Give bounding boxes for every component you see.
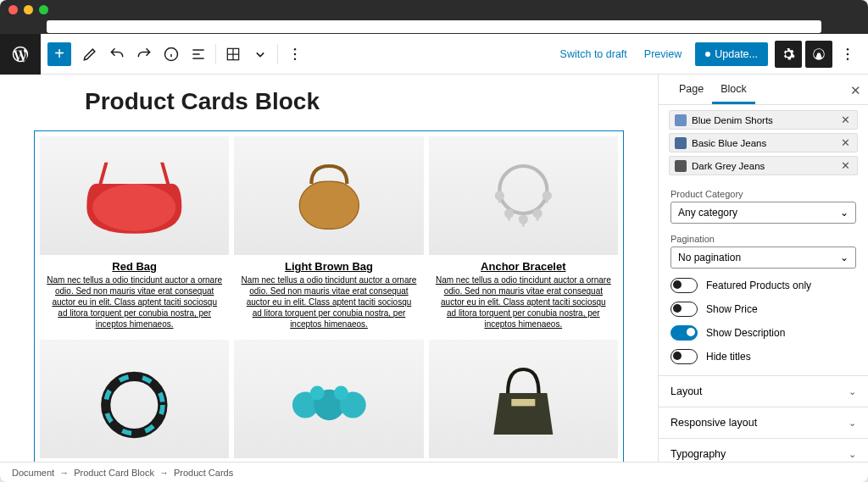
category-label: Product Category bbox=[670, 189, 856, 199]
pagination-label: Pagination bbox=[670, 234, 856, 244]
outline-icon[interactable] bbox=[185, 41, 212, 68]
toggle-label: Show Price bbox=[706, 303, 758, 315]
toggle-label: Featured Products only bbox=[706, 280, 811, 291]
panel-responsive[interactable]: Responsive layout⌄ bbox=[659, 407, 868, 438]
product-image bbox=[234, 136, 423, 255]
toggle-hide-titles[interactable] bbox=[670, 349, 698, 364]
close-sidebar-icon[interactable]: ✕ bbox=[850, 83, 861, 98]
svg-point-3 bbox=[294, 53, 297, 55]
more-options-icon[interactable] bbox=[281, 41, 309, 68]
chevron-down-icon: ⌄ bbox=[840, 207, 849, 219]
product-card[interactable] bbox=[429, 340, 618, 458]
svg-point-18 bbox=[106, 376, 163, 433]
preview-button[interactable]: Preview bbox=[636, 43, 690, 65]
update-button[interactable]: Update... bbox=[695, 42, 768, 66]
category-select[interactable]: Any category⌄ bbox=[670, 202, 856, 224]
chevron-down-icon: ⌄ bbox=[849, 449, 856, 460]
breadcrumb-item[interactable]: Product Card Block bbox=[74, 468, 154, 478]
chevron-down-icon[interactable] bbox=[247, 41, 274, 68]
swatch-icon bbox=[675, 137, 687, 149]
breadcrumb: Document → Product Card Block → Product … bbox=[0, 462, 868, 482]
svg-rect-25 bbox=[511, 399, 535, 406]
chevron-down-icon: ⌄ bbox=[840, 252, 849, 263]
pill-label: Basic Blue Jeans bbox=[692, 138, 766, 148]
info-icon[interactable] bbox=[158, 41, 185, 68]
plugin-icon[interactable] bbox=[805, 41, 832, 68]
url-input[interactable] bbox=[47, 20, 821, 33]
product-card[interactable]: Anchor Bracelet Nam nec tellus a odio ti… bbox=[429, 136, 618, 335]
svg-point-12 bbox=[499, 166, 547, 213]
browser-url-bar bbox=[0, 19, 868, 34]
remove-pill-icon[interactable]: ✕ bbox=[839, 136, 852, 149]
panel-typography[interactable]: Typography⌄ bbox=[659, 438, 868, 462]
product-description: Nam nec tellus a odio tincidunt auctor a… bbox=[429, 274, 618, 335]
add-block-button[interactable]: + bbox=[47, 42, 71, 66]
pagination-select[interactable]: No pagination⌄ bbox=[670, 247, 856, 269]
product-image bbox=[40, 136, 229, 255]
breadcrumb-item[interactable]: Document bbox=[12, 468, 54, 478]
pill-label: Blue Denim Shorts bbox=[692, 115, 773, 125]
swatch-icon bbox=[675, 114, 687, 126]
product-title: Anchor Bracelet bbox=[429, 255, 618, 274]
svg-point-6 bbox=[847, 47, 849, 50]
window-minimize-icon[interactable] bbox=[24, 5, 33, 14]
svg-point-23 bbox=[310, 386, 325, 401]
chevron-down-icon: ⌄ bbox=[849, 386, 856, 397]
breadcrumb-item[interactable]: Product Cards bbox=[174, 468, 233, 478]
product-description: Nam nec tellus a odio tincidunt auctor a… bbox=[40, 274, 229, 335]
selected-product-pill: Dark Grey Jeans ✕ bbox=[669, 156, 858, 175]
pill-label: Dark Grey Jeans bbox=[692, 161, 765, 171]
product-card[interactable] bbox=[40, 340, 229, 458]
settings-icon[interactable] bbox=[775, 41, 802, 68]
toggle-label: Show Description bbox=[706, 327, 785, 339]
product-image bbox=[234, 340, 423, 458]
swatch-icon bbox=[675, 160, 687, 172]
window-close-icon[interactable] bbox=[8, 5, 18, 14]
tab-page[interactable]: Page bbox=[670, 75, 712, 104]
selected-product-pill: Basic Blue Jeans ✕ bbox=[669, 133, 858, 152]
switch-to-draft-button[interactable]: Switch to draft bbox=[552, 43, 636, 65]
toggle-label: Hide titles bbox=[706, 351, 751, 363]
chevron-down-icon: ⌄ bbox=[849, 418, 856, 429]
selected-product-pill: Blue Denim Shorts ✕ bbox=[669, 110, 858, 130]
redo-icon[interactable] bbox=[131, 41, 158, 68]
svg-point-2 bbox=[294, 47, 297, 50]
page-title[interactable]: Product Cards Block bbox=[85, 88, 624, 115]
wordpress-logo[interactable] bbox=[0, 34, 41, 75]
product-card[interactable] bbox=[234, 340, 423, 458]
product-card[interactable]: Light Brown Bag Nam nec tellus a odio ti… bbox=[234, 136, 423, 335]
product-title: Light Brown Bag bbox=[234, 255, 423, 274]
svg-point-7 bbox=[847, 53, 849, 55]
grid-icon[interactable] bbox=[220, 41, 247, 68]
product-image bbox=[429, 136, 618, 255]
toggle-featured[interactable] bbox=[670, 278, 698, 293]
svg-rect-10 bbox=[299, 181, 359, 229]
undo-icon[interactable] bbox=[103, 41, 131, 68]
remove-pill-icon[interactable]: ✕ bbox=[839, 114, 852, 126]
remove-pill-icon[interactable]: ✕ bbox=[839, 159, 852, 172]
settings-sidebar: Page Block ✕ Blue Denim Shorts ✕ Basic B… bbox=[658, 75, 868, 462]
product-description: Nam nec tellus a odio tincidunt auctor a… bbox=[234, 274, 423, 335]
window-title-bar bbox=[0, 0, 868, 19]
svg-point-9 bbox=[93, 184, 176, 231]
window-zoom-icon[interactable] bbox=[39, 5, 48, 14]
panel-layout[interactable]: Layout⌄ bbox=[659, 375, 868, 407]
tab-block[interactable]: Block bbox=[712, 75, 755, 104]
more-toolbar-icon[interactable] bbox=[834, 41, 861, 68]
svg-point-8 bbox=[847, 58, 849, 60]
toggle-price[interactable] bbox=[670, 302, 698, 317]
editor-canvas[interactable]: Product Cards Block Red Bag Nam nec tell… bbox=[0, 75, 658, 462]
toggle-description[interactable] bbox=[670, 325, 698, 341]
svg-point-4 bbox=[294, 58, 297, 60]
product-image bbox=[429, 340, 618, 458]
product-cards-block[interactable]: Red Bag Nam nec tellus a odio tincidunt … bbox=[34, 130, 624, 462]
edit-tool-icon[interactable] bbox=[76, 41, 103, 68]
product-image bbox=[40, 340, 229, 458]
product-card[interactable]: Red Bag Nam nec tellus a odio tincidunt … bbox=[40, 136, 229, 335]
product-title: Red Bag bbox=[40, 255, 229, 274]
svg-point-24 bbox=[334, 386, 348, 401]
